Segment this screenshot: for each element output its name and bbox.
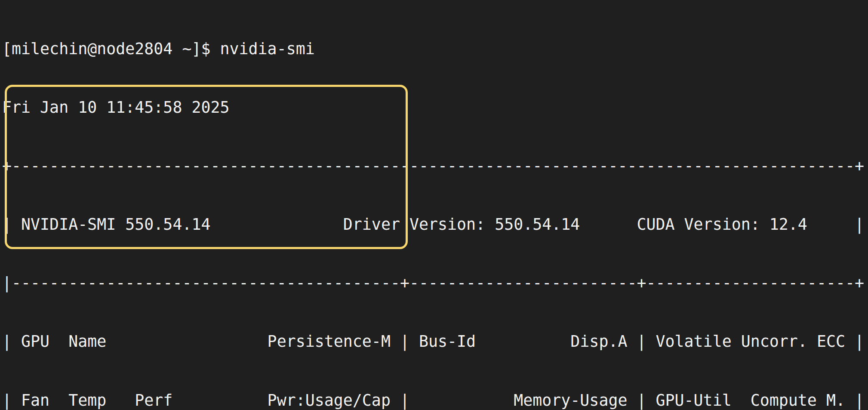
- terminal-output[interactable]: [milechin@node2804 ~]$ nvidia-smi Fri Ja…: [2, 0, 864, 410]
- header-separator-line: |---------------------------------------…: [2, 273, 864, 293]
- shell-prompt-line: [milechin@node2804 ~]$ nvidia-smi: [2, 39, 864, 59]
- timestamp-line: Fri Jan 10 11:45:58 2025: [2, 98, 864, 117]
- column-header-line-1: | GPU Name Persistence-M | Bus-Id Disp.A…: [2, 332, 864, 351]
- column-header-line-2: | Fan Temp Perf Pwr:Usage/Cap | Memory-U…: [2, 391, 864, 410]
- gpu-table-top-border: +---------------------------------------…: [2, 156, 864, 176]
- version-header-line: | NVIDIA-SMI 550.54.14 Driver Version: 5…: [2, 215, 864, 234]
